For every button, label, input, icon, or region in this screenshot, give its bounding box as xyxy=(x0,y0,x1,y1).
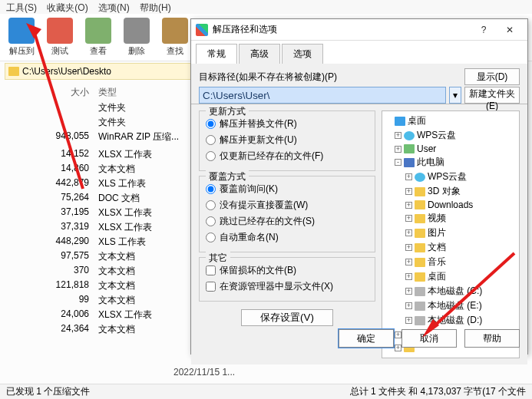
tree-item[interactable]: -此电脑 xyxy=(384,155,517,170)
tab-options[interactable]: 选项 xyxy=(282,44,323,64)
menubar: 工具(S) 收藏夹(O) 选项(N) 帮助(H) xyxy=(0,0,532,14)
tree-item[interactable]: +WPS云盘 xyxy=(384,128,517,143)
tree-icon xyxy=(415,287,425,296)
expand-icon[interactable]: + xyxy=(405,288,412,295)
expand-icon[interactable]: + xyxy=(405,215,412,222)
help-button-icon[interactable]: ? xyxy=(471,21,497,38)
folder-icon xyxy=(8,67,19,76)
tree-icon xyxy=(415,173,425,182)
chk-keep-broken[interactable]: 保留损坏的文件(B) xyxy=(206,262,368,279)
expand-icon[interactable]: + xyxy=(405,302,412,309)
tree-item[interactable]: +文档 xyxy=(384,240,517,255)
tool-0[interactable]: 解压到 xyxy=(5,18,38,57)
display-button[interactable]: 显示(D) xyxy=(464,68,520,85)
statusbar: 已发现 1 个压缩文件 总计 1 文件夹 和 4,173,037 字节(17 个… xyxy=(0,384,532,399)
tab-general[interactable]: 常规 xyxy=(196,44,237,64)
tree-item[interactable]: +桌面 xyxy=(384,269,517,284)
expand-icon[interactable]: + xyxy=(395,132,401,139)
menu-help[interactable]: 帮助(H) xyxy=(140,2,171,13)
expand-icon[interactable]: + xyxy=(405,173,412,180)
expand-icon[interactable]: + xyxy=(405,259,412,265)
tree-icon xyxy=(395,117,405,126)
extract-dialog: 解压路径和选项 ? ✕ 常规 高级 选项 目标路径(如果不存在将被创建)(P) … xyxy=(190,18,528,354)
tool-1[interactable]: 测试 xyxy=(43,18,77,57)
tree-icon xyxy=(415,200,425,209)
tree-icon xyxy=(415,316,425,325)
tree-item[interactable]: +本地磁盘 (C:) xyxy=(384,284,517,298)
opt-noask[interactable]: 没有提示直接覆盖(W) xyxy=(206,197,368,213)
folder-tree[interactable]: 桌面+WPS云盘+User-此电脑+WPS云盘+3D 对象+Downloads+… xyxy=(382,110,520,358)
opt-update[interactable]: 解压并更新文件(U) xyxy=(206,132,368,148)
tree-item[interactable]: +图片 xyxy=(384,226,517,240)
group-overwrite-title: 覆盖方式 xyxy=(206,170,249,183)
tree-item[interactable]: +User xyxy=(384,143,517,155)
date-cell: 2022/11/15 1... xyxy=(173,367,235,378)
help-button[interactable]: 帮助 xyxy=(464,329,520,348)
tree-item[interactable]: +视频 xyxy=(384,211,517,226)
group-other-title: 其它 xyxy=(206,252,230,265)
tool-3[interactable]: 删除 xyxy=(120,18,154,57)
opt-skip[interactable]: 跳过已经存在的文件(S) xyxy=(206,213,368,229)
group-update-title: 更新方式 xyxy=(206,105,249,118)
group-other: 其它 保留损坏的文件(B) 在资源管理器中显示文件(X) xyxy=(199,257,375,302)
expand-icon[interactable]: + xyxy=(395,146,401,153)
tree-icon xyxy=(415,258,425,267)
tree-item[interactable]: 桌面 xyxy=(384,114,517,128)
tree-item[interactable]: +WPS云盘 xyxy=(384,170,517,184)
tab-advanced[interactable]: 高级 xyxy=(239,44,280,64)
expand-icon[interactable]: + xyxy=(405,273,412,280)
cancel-button[interactable]: 取消 xyxy=(401,329,457,348)
tree-icon xyxy=(404,144,415,153)
titlebar: 解压路径和选项 ? ✕ xyxy=(191,19,527,41)
path-section: 目标路径(如果不存在将被创建)(P) 显示(D) ▾ 新建文件夹(E) xyxy=(191,64,527,104)
tool-2[interactable]: 查看 xyxy=(81,18,115,57)
tree-icon xyxy=(415,229,425,238)
opt-fresh[interactable]: 仅更新已经存在的文件(F) xyxy=(206,148,368,164)
tree-icon xyxy=(415,187,425,196)
expand-icon[interactable]: + xyxy=(405,229,412,236)
expand-icon[interactable]: + xyxy=(405,188,412,195)
expand-icon[interactable]: + xyxy=(405,202,412,209)
ok-button[interactable]: 确定 xyxy=(339,329,394,348)
status-left: 已发现 1 个压缩文件 xyxy=(6,385,90,398)
tree-item[interactable]: +3D 对象 xyxy=(384,184,517,199)
close-icon[interactable]: ✕ xyxy=(497,21,523,38)
tree-item[interactable]: +Downloads xyxy=(384,199,517,211)
group-update: 更新方式 解压并替换文件(R) 解压并更新文件(U) 仅更新已经存在的文件(F) xyxy=(199,110,375,171)
chk-show-explorer[interactable]: 在资源管理器中显示文件(X) xyxy=(206,279,368,295)
tree-icon xyxy=(415,302,425,311)
path-text: C:\Users\User\Deskto xyxy=(22,66,111,77)
tree-icon xyxy=(404,131,415,140)
save-settings-button[interactable]: 保存设置(V) xyxy=(241,309,333,326)
tabs: 常规 高级 选项 xyxy=(191,41,527,64)
tree-icon xyxy=(415,272,425,282)
tree-item[interactable]: +音乐 xyxy=(384,255,517,269)
tree-icon xyxy=(415,243,425,252)
opt-replace[interactable]: 解压并替换文件(R) xyxy=(206,116,368,132)
dropdown-icon[interactable]: ▾ xyxy=(449,87,461,104)
expand-icon[interactable]: + xyxy=(405,317,412,324)
tree-item[interactable]: +本地磁盘 (E:) xyxy=(384,298,517,313)
tree-item[interactable]: +本地磁盘 (D:) xyxy=(384,313,517,328)
dialog-title: 解压路径和选项 xyxy=(213,23,471,36)
path-input[interactable] xyxy=(199,87,446,104)
col-size[interactable]: 大小 xyxy=(6,86,98,99)
menu-tools[interactable]: 工具(S) xyxy=(6,2,37,13)
app-icon xyxy=(196,24,208,36)
tool-4[interactable]: 查找 xyxy=(158,18,192,57)
expand-icon[interactable]: - xyxy=(395,159,401,166)
opt-rename[interactable]: 自动重命名(N) xyxy=(206,229,368,246)
menu-fav[interactable]: 收藏夹(O) xyxy=(47,2,88,13)
new-folder-button[interactable]: 新建文件夹(E) xyxy=(464,87,520,104)
path-label: 目标路径(如果不存在将被创建)(P) xyxy=(199,71,337,84)
group-overwrite: 覆盖方式 覆盖前询问(K) 没有提示直接覆盖(W) 跳过已经存在的文件(S) 自… xyxy=(199,176,375,252)
tree-icon xyxy=(404,158,415,167)
tree-icon xyxy=(415,214,425,223)
expand-icon[interactable]: + xyxy=(405,244,412,251)
status-right: 总计 1 文件夹 和 4,173,037 字节(17 个文件 xyxy=(350,385,526,398)
opt-ask[interactable]: 覆盖前询问(K) xyxy=(206,181,368,197)
menu-options[interactable]: 选项(N) xyxy=(98,2,130,13)
